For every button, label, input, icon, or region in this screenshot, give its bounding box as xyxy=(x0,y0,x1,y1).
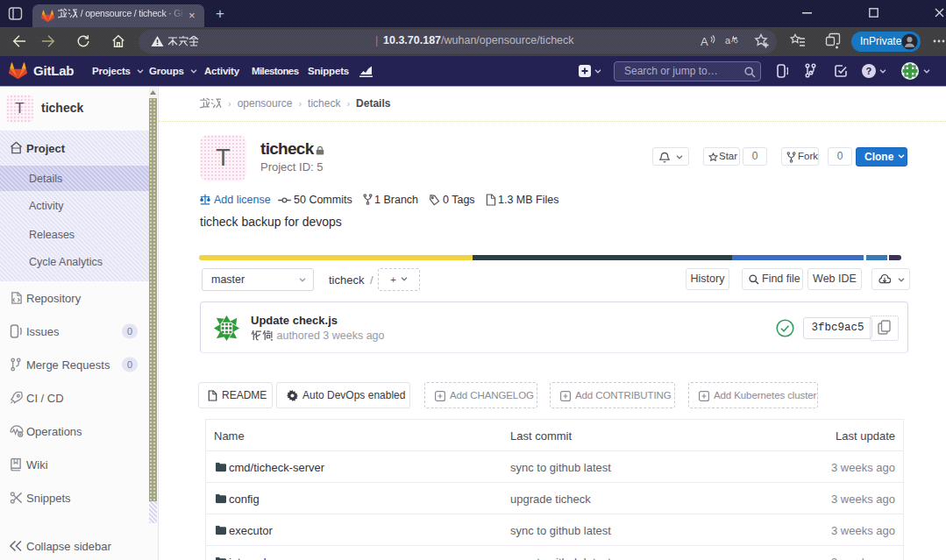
svg-text:?: ? xyxy=(866,66,872,76)
svg-text:A: A xyxy=(701,35,708,48)
